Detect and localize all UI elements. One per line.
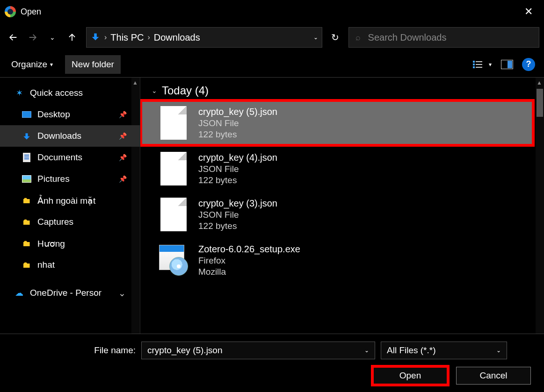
svg-rect-3 bbox=[476, 64, 482, 65]
titlebar: Open ✕ bbox=[0, 0, 544, 23]
open-label: Open bbox=[399, 371, 421, 381]
file-icon bbox=[159, 196, 188, 233]
sidebar-item-folder[interactable]: 🖿 Ảnh ngoài mặt bbox=[0, 190, 140, 211]
folder-icon: 🖿 bbox=[22, 217, 32, 227]
view-mode-button[interactable] bbox=[470, 57, 486, 72]
svg-rect-4 bbox=[473, 66, 475, 68]
svg-rect-2 bbox=[473, 64, 475, 65]
file-row[interactable]: crypto_key (3).json JSON File 122 bytes bbox=[140, 192, 534, 237]
sidebar-item-downloads[interactable]: Downloads 📌 bbox=[0, 125, 140, 147]
location-root-icon bbox=[90, 31, 101, 43]
address-bar[interactable]: › This PC › Downloads ⌄ bbox=[86, 27, 322, 48]
sidebar-item-desktop[interactable]: Desktop 📌 bbox=[0, 104, 140, 125]
sidebar-item-pictures[interactable]: Pictures 📌 bbox=[0, 168, 140, 190]
arrow-right-icon bbox=[28, 32, 38, 43]
pin-icon: 📌 bbox=[119, 111, 127, 118]
file-meta: crypto_key (4).json JSON File 122 bytes bbox=[198, 152, 277, 185]
group-header-today[interactable]: ⌄ Today (4) bbox=[140, 78, 544, 100]
new-folder-button[interactable]: New folder bbox=[65, 55, 121, 74]
breadcrumb-this-pc[interactable]: This PC bbox=[110, 32, 144, 43]
sidebar-quick-access[interactable]: ✶ Quick access bbox=[0, 82, 140, 104]
file-size: 122 bytes bbox=[198, 129, 277, 140]
help-icon: ? bbox=[522, 58, 535, 71]
up-button[interactable] bbox=[64, 29, 80, 46]
file-row[interactable]: crypto_key (5).json JSON File 122 bytes bbox=[140, 100, 534, 146]
filelist-scrollbar[interactable] bbox=[536, 78, 544, 334]
back-button[interactable] bbox=[5, 29, 22, 46]
sidebar-item-label: Hương bbox=[37, 238, 65, 249]
file-name: crypto_key (3).json bbox=[198, 198, 277, 209]
organize-button[interactable]: Organize ▾ bbox=[5, 55, 59, 74]
desktop-icon bbox=[22, 111, 32, 118]
chevron-right-icon: › bbox=[102, 33, 109, 42]
file-meta: Zotero-6.0.26_setup.exe Firefox Mozilla bbox=[198, 244, 300, 277]
filter-label: All Files (*.*) bbox=[387, 345, 436, 356]
sidebar: ✶ Quick access Desktop 📌 Downloads 📌 Doc… bbox=[0, 78, 140, 334]
view-details-icon bbox=[473, 60, 483, 69]
chevron-down-icon[interactable]: ⌄ bbox=[364, 347, 369, 354]
pin-icon: 📌 bbox=[119, 132, 127, 140]
address-dropdown-icon[interactable]: ⌄ bbox=[313, 34, 318, 41]
help-button[interactable]: ? bbox=[521, 57, 537, 72]
new-folder-label: New folder bbox=[72, 59, 114, 70]
folder-icon: 🖿 bbox=[22, 260, 32, 270]
documents-icon bbox=[22, 153, 32, 162]
forward-button bbox=[24, 29, 41, 46]
sidebar-item-folder[interactable]: 🖿 Hương bbox=[0, 233, 140, 254]
svg-rect-5 bbox=[476, 67, 482, 68]
sidebar-onedrive[interactable]: ☁ OneDrive - Persor ⌄ bbox=[0, 282, 140, 304]
close-icon[interactable]: ✕ bbox=[518, 4, 539, 19]
file-name-input[interactable]: crypto_key (5).json ⌄ bbox=[141, 342, 375, 359]
chevron-down-icon[interactable]: ▾ bbox=[489, 61, 492, 68]
arrow-left-icon bbox=[8, 32, 18, 43]
folder-icon: 🖿 bbox=[22, 196, 32, 206]
breadcrumb-downloads[interactable]: Downloads bbox=[154, 32, 200, 43]
file-icon bbox=[159, 242, 188, 278]
chevron-down-icon[interactable]: ⌄ bbox=[496, 347, 501, 354]
file-type: JSON File bbox=[198, 118, 277, 128]
button-row: Open Cancel bbox=[9, 367, 535, 385]
file-type-filter[interactable]: All Files (*.*) ⌄ bbox=[381, 342, 507, 359]
sidebar-item-documents[interactable]: Documents 📌 bbox=[0, 147, 140, 168]
group-label: Today (4) bbox=[162, 84, 209, 97]
sidebar-item-label: Captures bbox=[37, 217, 73, 227]
file-name-value: crypto_key (5).json bbox=[147, 345, 223, 356]
cloud-icon: ☁ bbox=[14, 288, 24, 298]
cancel-label: Cancel bbox=[479, 371, 507, 381]
open-button[interactable]: Open bbox=[373, 367, 448, 385]
sidebar-item-label: nhat bbox=[37, 260, 55, 270]
open-dialog: Open ✕ ⌄ › This PC › Downloads ⌄ ↻ ⌕ bbox=[0, 0, 544, 392]
search-box[interactable]: ⌕ bbox=[348, 27, 539, 48]
cancel-button[interactable]: Cancel bbox=[456, 367, 531, 385]
file-row[interactable]: Zotero-6.0.26_setup.exe Firefox Mozilla bbox=[140, 237, 534, 283]
file-type: JSON File bbox=[198, 210, 277, 220]
file-size: Mozilla bbox=[198, 267, 300, 277]
refresh-button[interactable]: ↻ bbox=[325, 27, 346, 48]
preview-pane-button[interactable] bbox=[499, 57, 515, 72]
file-name: crypto_key (4).json bbox=[198, 152, 277, 163]
star-icon: ✶ bbox=[14, 88, 24, 98]
chevron-down-icon: ▾ bbox=[50, 61, 53, 68]
file-type: JSON File bbox=[198, 164, 277, 174]
sidebar-item-folder[interactable]: 🖿 Captures bbox=[0, 211, 140, 233]
chevron-down-icon: ⌄ bbox=[152, 87, 157, 94]
body: ✶ Quick access Desktop 📌 Downloads 📌 Doc… bbox=[0, 78, 544, 334]
sidebar-item-label: Ảnh ngoài mặt bbox=[37, 195, 95, 206]
file-row[interactable]: crypto_key (4).json JSON File 122 bytes bbox=[140, 146, 534, 192]
installer-icon bbox=[159, 245, 188, 276]
onedrive-label: OneDrive - Persor bbox=[30, 288, 102, 298]
svg-rect-7 bbox=[508, 61, 512, 68]
sidebar-item-label: Pictures bbox=[37, 174, 70, 184]
sidebar-item-label: Documents bbox=[37, 152, 82, 163]
recent-locations-button[interactable]: ⌄ bbox=[44, 29, 61, 46]
window-title: Open bbox=[21, 7, 41, 17]
file-name-row: File name: crypto_key (5).json ⌄ All Fil… bbox=[9, 342, 535, 359]
search-input[interactable] bbox=[367, 32, 532, 43]
quick-access-label: Quick access bbox=[30, 88, 83, 98]
sidebar-item-label: Downloads bbox=[37, 131, 81, 141]
arrow-up-icon bbox=[67, 32, 77, 43]
app-icon bbox=[5, 6, 16, 17]
pictures-icon bbox=[22, 175, 32, 183]
sidebar-item-folder[interactable]: 🖿 nhat bbox=[0, 254, 140, 276]
pin-icon: 📌 bbox=[119, 154, 127, 161]
